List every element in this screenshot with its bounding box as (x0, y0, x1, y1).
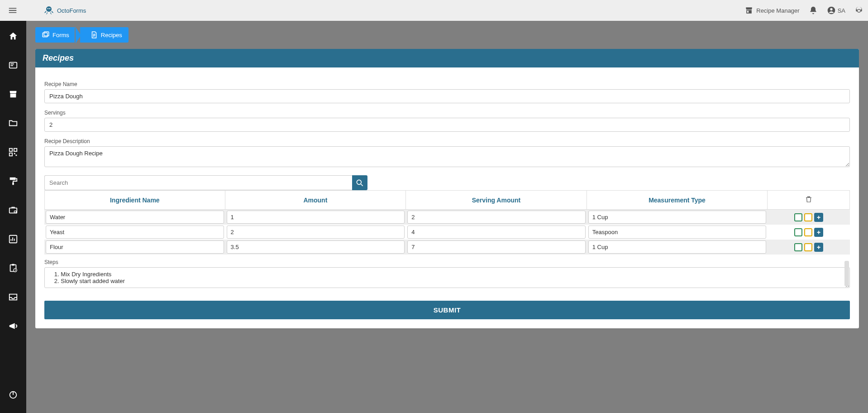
ingredient-name-input[interactable] (46, 240, 224, 254)
ingredient-serving-input[interactable] (407, 240, 586, 254)
ingredient-amount-input[interactable] (227, 226, 405, 239)
ingredient-amount-input[interactable] (227, 240, 405, 254)
breadcrumb-recipes-label: Recipes (101, 32, 122, 38)
sidebar-item-power[interactable] (4, 386, 22, 404)
row-add-button[interactable]: + (814, 243, 823, 252)
svg-point-5 (858, 10, 861, 13)
breadcrumb-forms[interactable]: Forms (35, 27, 76, 43)
row-copy-button[interactable] (804, 243, 812, 251)
svg-rect-16 (12, 264, 14, 266)
app-name: OctoForms (57, 7, 86, 14)
servings-field: Servings (44, 110, 850, 132)
octopus-icon (43, 5, 54, 16)
table-row: + (44, 240, 850, 255)
breadcrumb-recipes[interactable]: Recipes (80, 27, 129, 43)
menu-toggle-button[interactable] (5, 2, 21, 19)
help-agent-icon (854, 6, 863, 15)
row-add-button[interactable]: + (814, 213, 823, 222)
svg-rect-7 (10, 149, 12, 151)
chart-icon (8, 234, 18, 244)
ingredient-measure-input[interactable] (588, 240, 767, 254)
svg-point-21 (357, 180, 361, 184)
row-select-button[interactable] (794, 213, 802, 221)
workspace-label: Recipe Manager (756, 7, 799, 14)
sidebar-item-folder[interactable] (4, 114, 22, 132)
sidebar-item-home[interactable] (4, 27, 22, 45)
content-area: Forms Recipes Recipes Recipe Name Servin… (26, 21, 868, 413)
trash-icon (805, 195, 813, 203)
submit-button[interactable]: SUBMIT (44, 301, 850, 319)
app-bar: OctoForms Recipe Manager SA (0, 0, 868, 21)
row-add-button[interactable]: + (814, 228, 823, 237)
search-icon (355, 178, 364, 187)
ingredient-serving-input[interactable] (407, 211, 586, 224)
table-header-row: Ingredient Name Amount Serving Amount Me… (44, 190, 850, 210)
folder-icon (8, 118, 18, 128)
recipe-name-label: Recipe Name (44, 81, 850, 87)
description-input[interactable]: Pizza Dough Recipe (44, 146, 850, 167)
user-menu[interactable]: SA (827, 6, 845, 15)
app-logo[interactable]: OctoForms (43, 5, 86, 16)
briefcase-search-icon (8, 205, 18, 215)
recipe-name-input[interactable] (44, 89, 850, 103)
ingredient-amount-input[interactable] (227, 211, 405, 224)
table-row: + (44, 225, 850, 240)
ingredient-search (44, 175, 850, 190)
storefront-icon (8, 89, 18, 99)
inbox-icon (8, 292, 18, 302)
search-button[interactable] (352, 175, 367, 190)
svg-rect-20 (44, 32, 49, 36)
col-amount: Amount (225, 190, 406, 210)
ingredient-serving-input[interactable] (407, 226, 586, 239)
ingredient-name-input[interactable] (46, 226, 224, 239)
steps-field: Steps 1. Mix Dry Ingredients 2. Slowly s… (44, 259, 850, 288)
paint-roller-icon (8, 176, 18, 186)
servings-input[interactable] (44, 118, 850, 132)
col-actions (768, 190, 850, 210)
sidebar-item-store[interactable] (4, 85, 22, 103)
svg-point-13 (14, 211, 16, 213)
ingredient-measure-input[interactable] (588, 211, 767, 224)
row-copy-button[interactable] (804, 213, 812, 221)
sidebar-item-inbox[interactable] (4, 288, 22, 306)
row-select-button[interactable] (794, 228, 802, 236)
table-row: + (44, 210, 850, 225)
svg-point-1 (48, 8, 48, 9)
search-input[interactable] (44, 175, 352, 190)
svg-rect-10 (10, 178, 16, 180)
steps-input[interactable]: 1. Mix Dry Ingredients 2. Slowly start a… (44, 267, 850, 288)
sidebar-item-paint[interactable] (4, 172, 22, 190)
svg-rect-9 (10, 153, 12, 156)
sidebar (0, 21, 26, 413)
sidebar-item-announce[interactable] (4, 317, 22, 335)
document-icon (90, 31, 98, 39)
description-label: Recipe Description (44, 138, 850, 144)
sidebar-item-briefcase[interactable] (4, 201, 22, 219)
description-field: Recipe Description Pizza Dough Recipe (44, 138, 850, 169)
ingredient-name-input[interactable] (46, 211, 224, 224)
megaphone-icon (8, 321, 18, 331)
home-icon (8, 31, 18, 41)
sidebar-item-analytics[interactable] (4, 230, 22, 248)
recipe-name-field: Recipe Name (44, 81, 850, 103)
store-icon (744, 6, 754, 15)
notifications-button[interactable] (809, 6, 818, 15)
recipe-card: Recipes Recipe Name Servings Recipe Desc… (35, 49, 859, 328)
sidebar-item-forms[interactable] (4, 56, 22, 74)
svg-rect-19 (43, 33, 48, 37)
col-measurement: Measurement Type (587, 190, 768, 210)
sidebar-item-schedule[interactable] (4, 259, 22, 277)
row-select-button[interactable] (794, 243, 802, 251)
breadcrumb-forms-label: Forms (52, 32, 69, 38)
servings-label: Servings (44, 110, 850, 116)
help-button[interactable] (854, 6, 863, 15)
sidebar-item-qr[interactable] (4, 143, 22, 161)
hamburger-icon (8, 5, 18, 15)
page-title: Recipes (35, 49, 859, 67)
ingredients-table: Ingredient Name Amount Serving Amount Me… (44, 190, 850, 255)
workspace-selector[interactable]: Recipe Manager (744, 6, 799, 15)
ingredient-measure-input[interactable] (588, 226, 767, 239)
row-copy-button[interactable] (804, 228, 812, 236)
col-serving-amount: Serving Amount (406, 190, 587, 210)
svg-rect-11 (12, 182, 14, 185)
